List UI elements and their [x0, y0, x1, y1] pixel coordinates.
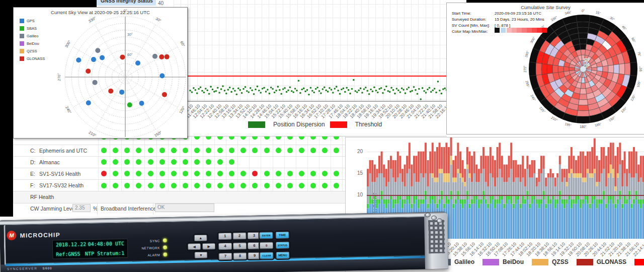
bar-segment-galileo [374, 182, 376, 195]
bar-segment-gps [482, 199, 485, 239]
dispersion-point [237, 88, 239, 90]
enter-button[interactable]: ENTER [260, 232, 273, 239]
arrow-left-button[interactable]: ◀ [188, 243, 201, 250]
bar-segment-gps [594, 199, 596, 239]
cw-jamming-value-input[interactable]: 2.35 [72, 204, 91, 212]
time-button[interactable]: TIME [276, 232, 289, 239]
digit-1-button[interactable]: 1 [218, 233, 232, 240]
bar-segment-galileo [482, 169, 485, 190]
broadband-interference-value-input[interactable]: OK [155, 203, 214, 212]
table-column-line [296, 131, 296, 191]
bar-segment-gps [464, 204, 466, 239]
bar-segment-qzss [457, 169, 459, 173]
syncserver-device-front-panel: M MICROCHIP 2018.12.22 04:48:00 UTC Ref:… [0, 212, 448, 272]
bar-segment-galileo [383, 178, 385, 199]
table-column-line [261, 131, 261, 191]
sky-legend-label: Galileo [27, 34, 38, 38]
bar-segment-sbas [531, 195, 533, 203]
dispersion-point [336, 86, 338, 88]
glonass-swatch [577, 259, 593, 265]
bar-segment-galileo [554, 186, 556, 199]
bar-segment-glonass [566, 169, 568, 182]
bar-segment-glonass [450, 138, 452, 156]
arrow-down-button[interactable]: ▼ [194, 252, 207, 258]
dispersion-point [385, 86, 387, 88]
row-key: C: [30, 148, 36, 154]
status-dot-ok [299, 148, 304, 153]
status-dot-ok [159, 171, 165, 176]
status-button[interactable]: STATUS [276, 242, 289, 249]
digit-2-button[interactable]: 2 [233, 232, 247, 240]
bar-segment-galileo [409, 169, 411, 195]
digit-4-button[interactable]: 4 [218, 243, 232, 250]
0-button[interactable]: 0 [260, 242, 273, 249]
dispersion-point [194, 89, 196, 91]
bar-segment-gps [531, 204, 533, 239]
gnss-integrity-status-header[interactable]: GNSS Integrity Status [97, 0, 156, 6]
legend-label: Galileo [454, 258, 474, 265]
clear-button[interactable]: CLEAR [260, 252, 273, 259]
bar-segment-qzss [571, 169, 573, 173]
dispersion-point [337, 90, 339, 92]
bar-segment-glonass [429, 152, 431, 173]
bar-segment-glonass [441, 147, 443, 169]
bar-segment-gps [640, 208, 642, 239]
bar-segment-galileo [416, 182, 418, 195]
bar-segment-galileo [466, 169, 468, 190]
bar-segment-qzss [584, 178, 586, 182]
bar-segment-galileo [633, 178, 635, 199]
dispersion-point [257, 86, 259, 88]
sky-view-title: Current Sky View at 2020-09-25 22:25:16 … [14, 10, 187, 15]
status-dot-ok [322, 171, 328, 176]
bar-segment-qzss [580, 173, 582, 178]
status-dot-ok [322, 183, 328, 188]
table-column-line [226, 131, 226, 191]
satellite-marker [120, 54, 125, 59]
dispersion-point [189, 90, 191, 92]
bar-segment-glonass [624, 152, 626, 173]
bar-segment-glonass [568, 156, 570, 173]
status-dot-ok [310, 171, 316, 176]
status-dot-ok [299, 183, 304, 188]
bar-segment-qzss [591, 173, 593, 178]
bar-segment-galileo [506, 182, 508, 195]
menu-button[interactable]: MENU [276, 252, 289, 259]
arrow-up-button[interactable]: ▲ [194, 235, 207, 241]
dispersion-point [322, 88, 324, 90]
status-dot-ok [136, 171, 141, 176]
digit-8-button[interactable]: 8 [233, 252, 247, 260]
cw-jamming-label: CW Jamming Level [30, 206, 76, 212]
survey-azimuth-label: 45° [621, 25, 627, 31]
bar-segment-galileo [387, 182, 389, 199]
dispersion-point [294, 88, 296, 90]
bar-segment-sbas [480, 199, 482, 204]
dispersion-point [245, 86, 247, 88]
bar-segment-glonass [383, 165, 385, 178]
dispersion-point [299, 92, 301, 94]
bar-segment-galileo [580, 178, 582, 199]
bar-segment-glonass [464, 169, 466, 182]
row-key: E: [30, 171, 35, 177]
sky-legend-item: QZSS [20, 49, 37, 53]
dispersion-point [255, 89, 257, 91]
bar-segment-glonass [501, 156, 503, 177]
survey-cell [536, 63, 542, 76]
vent-grid-icon [428, 220, 445, 254]
bar-segment-glonass [468, 152, 470, 173]
lcd-date: 2018.12.22 [56, 241, 86, 247]
bar-segment-gps [624, 204, 626, 239]
bar-segment-glonass [584, 156, 586, 177]
digit-7-button[interactable]: 7 [218, 253, 232, 260]
status-dot-ok [148, 171, 153, 176]
dispersion-point [269, 93, 271, 95]
dispersion-point [392, 89, 394, 91]
dispersion-point [287, 89, 289, 91]
bar-segment-gps [466, 199, 468, 239]
bar-segment-qzss [566, 182, 568, 186]
bar-segment-galileo [371, 182, 373, 199]
bar-segment-galileo [468, 178, 470, 204]
digit-5-button[interactable]: 5 [233, 242, 247, 250]
bar-segment-gps [499, 204, 501, 239]
arrow-right-button[interactable]: ▶ [202, 243, 215, 249]
color-map-scale [495, 28, 547, 33]
